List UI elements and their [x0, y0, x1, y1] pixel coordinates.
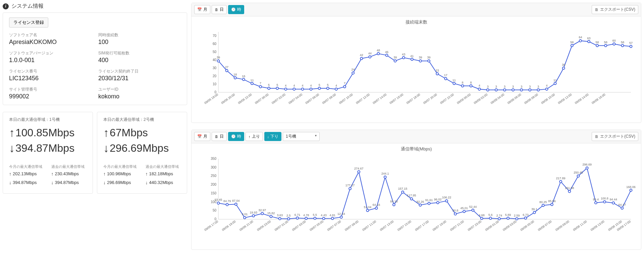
- value: ApresiaKOKOMO: [9, 39, 92, 46]
- svg-text:177.27: 177.27: [345, 184, 355, 187]
- export-csv-button[interactable]: 🗎エクスポート(CSV): [592, 132, 638, 141]
- svg-point-82: [419, 60, 422, 62]
- file-icon: 🗎: [595, 7, 599, 12]
- svg-text:30.8: 30.8: [452, 209, 459, 212]
- svg-point-80: [411, 58, 413, 60]
- svg-text:09/07 10:00: 09/07 10:00: [338, 93, 354, 104]
- svg-text:09/07 17:00: 09/07 17:00: [415, 220, 430, 231]
- value: 67Mbps: [110, 126, 148, 140]
- value: 1.0.0-001: [9, 57, 92, 64]
- svg-text:12.34: 12.34: [337, 212, 345, 216]
- svg-text:09/07 00:00: 09/07 00:00: [254, 93, 269, 104]
- arrow-up-icon: ↑: [9, 171, 11, 177]
- tab-day[interactable]: 🗓日: [212, 5, 227, 14]
- tab-hour[interactable]: 🕒時: [228, 5, 244, 14]
- svg-text:91.61: 91.61: [425, 198, 433, 202]
- svg-point-52: [293, 88, 295, 90]
- svg-point-189: [305, 217, 307, 220]
- svg-text:23: 23: [436, 69, 439, 72]
- svg-text:5.6: 5.6: [488, 213, 493, 217]
- label: 過去の最大通信帯域: [51, 164, 87, 169]
- svg-text:09/07 15:00: 09/07 15:00: [397, 220, 412, 231]
- svg-text:100.8: 100.8: [601, 197, 608, 200]
- svg-point-225: [463, 210, 465, 213]
- field-software-name: ソフトウェア名 ApresiaKOKOMO: [9, 32, 92, 46]
- month-up: ↑100.96Mbps: [103, 171, 139, 177]
- month-col: 今月の最大通信帯域 ↑100.96Mbps ↓296.69Mbps: [103, 164, 139, 189]
- svg-point-223: [454, 213, 457, 215]
- svg-text:16: 16: [242, 75, 245, 78]
- chart-title: 通信帯域(Mbps): [192, 143, 641, 152]
- svg-text:42: 42: [360, 53, 363, 57]
- tab-month[interactable]: 📅月: [194, 132, 210, 141]
- svg-text:244.1: 244.1: [381, 172, 389, 175]
- tab-up[interactable]: ↑上り: [246, 132, 263, 141]
- label: 月: [203, 7, 207, 12]
- tab-day[interactable]: 🗓日: [212, 132, 227, 141]
- svg-point-193: [323, 217, 325, 220]
- label: 時: [237, 7, 241, 12]
- tab-month[interactable]: 📅月: [194, 5, 210, 14]
- unit-select[interactable]: 1号機: [283, 132, 320, 141]
- svg-text:4.43: 4.43: [321, 214, 327, 217]
- arrow-down-icon: ↓: [9, 141, 15, 156]
- hist-up: ↑182.18Mbps: [146, 171, 181, 177]
- svg-point-233: [498, 218, 500, 220]
- calendar-icon: 📅: [197, 134, 202, 139]
- label: ソフトウェア名: [9, 32, 92, 38]
- svg-text:09/07 22:00: 09/07 22:00: [439, 93, 454, 104]
- svg-text:58: 58: [596, 41, 599, 44]
- svg-point-247: [559, 180, 562, 183]
- svg-text:5: 5: [319, 83, 320, 87]
- svg-text:58: 58: [604, 41, 607, 44]
- svg-point-231: [489, 217, 492, 220]
- svg-text:09/07 13:00: 09/07 13:00: [379, 220, 394, 231]
- svg-text:11: 11: [553, 79, 557, 82]
- svg-text:9.01: 9.01: [242, 213, 248, 216]
- svg-text:200: 200: [211, 183, 216, 186]
- svg-text:7: 7: [260, 82, 261, 85]
- svg-point-128: [613, 43, 615, 45]
- license-register-button[interactable]: ライセンス登録: [9, 17, 48, 28]
- svg-text:11: 11: [452, 79, 456, 82]
- section-title: システム情報: [11, 3, 44, 10]
- chart-panel-bandwidth: 📅月 🗓日 🕒時 ↑上り ↓下り 1号機 🗎エクスポート(CSV) 通信帯域(M…: [191, 130, 641, 250]
- svg-text:40: 40: [213, 58, 217, 62]
- selected-value: 1号機: [286, 134, 296, 139]
- svg-point-207: [384, 176, 386, 178]
- value: 296.69Mbps: [107, 180, 131, 185]
- svg-point-66: [352, 72, 354, 74]
- system-info-section: i システム情報 ライセンス登録 ソフトウェア名 ApresiaKOKOMO 同…: [3, 3, 187, 105]
- svg-point-120: [579, 40, 582, 42]
- label: 月: [203, 134, 207, 139]
- svg-text:3.63: 3.63: [277, 214, 283, 217]
- svg-text:39: 39: [419, 56, 422, 59]
- chart-toolbar: 📅月 🗓日 🕒時 ↑上り ↓下り 1号機 🗎エクスポート(CSV): [192, 130, 641, 143]
- svg-text:09/08 06:00: 09/08 06:00: [507, 93, 522, 104]
- chart-svg: 01020304050607009/06 18:0009/06 20:0009/…: [208, 29, 634, 106]
- svg-text:3: 3: [537, 85, 539, 88]
- tab-down[interactable]: ↓下り: [264, 132, 282, 141]
- svg-point-36: [226, 69, 228, 72]
- svg-text:39: 39: [427, 56, 431, 59]
- label: 下り: [270, 134, 278, 139]
- svg-point-235: [507, 217, 509, 219]
- svg-text:50: 50: [213, 208, 217, 212]
- export-csv-button[interactable]: 🗎エクスポート(CSV): [592, 5, 638, 14]
- up-value-big: ↑100.85Mbps: [9, 125, 87, 141]
- value: 394.87Mbps: [13, 180, 37, 185]
- svg-text:117.95: 117.95: [407, 194, 416, 197]
- svg-text:09/06 18:00: 09/06 18:00: [204, 93, 219, 104]
- svg-point-221: [445, 200, 448, 202]
- svg-point-56: [310, 88, 312, 90]
- value: 999002: [9, 93, 92, 100]
- svg-text:5.5: 5.5: [313, 213, 317, 217]
- svg-text:09/07 02:00: 09/07 02:00: [271, 93, 286, 104]
- svg-text:4: 4: [293, 84, 295, 87]
- svg-text:30: 30: [213, 66, 217, 70]
- tab-hour[interactable]: 🕒時: [228, 132, 244, 141]
- svg-point-239: [524, 217, 527, 219]
- svg-text:11: 11: [250, 79, 254, 82]
- svg-point-181: [270, 215, 272, 218]
- label: SIM発行可能枚数: [98, 50, 181, 56]
